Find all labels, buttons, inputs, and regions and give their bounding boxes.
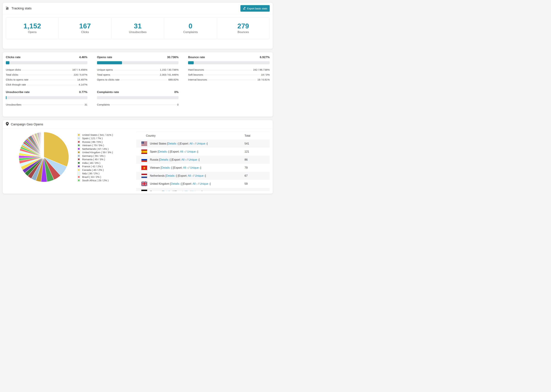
- export-unique-link[interactable]: Unique ›: [187, 150, 197, 153]
- details-link[interactable]: Details ›: [171, 182, 181, 185]
- geo-country-table: Country Total United States [Details ›] …: [136, 132, 270, 191]
- progress-bar-fill: [188, 61, 194, 64]
- rate-row-value: 0: [177, 103, 178, 106]
- progress-bar-track: [97, 61, 179, 64]
- rate-row-label: Soft bounces: [188, 73, 203, 76]
- details-link[interactable]: Details ›: [160, 158, 170, 161]
- rate-title: Unsubscribe rate: [6, 91, 30, 94]
- dotted-leader: [204, 75, 260, 75]
- rate-panel: Unsubscribe rate0.77%Unsubscribes31: [6, 91, 87, 106]
- details-link[interactable]: Details ›: [163, 190, 173, 191]
- geo-pie-legend: United States ( 541 / 31% )Spain ( 121 /…: [78, 133, 136, 191]
- legend-item[interactable]: Russia ( 86 / 5% ): [78, 140, 136, 144]
- rate-row-value: 242 / 86.738%: [253, 68, 270, 71]
- stat-value: 31: [111, 22, 164, 30]
- table-row: United States [Details ›] [Export: All ›…: [136, 140, 270, 147]
- legend-item[interactable]: India ( 46 / 3% ): [78, 161, 136, 165]
- country-cell: Russia [Details ›] [Export: All › / Uniq…: [136, 158, 244, 162]
- rate-row-label: Opens to clicks rate: [97, 78, 120, 81]
- legend-item[interactable]: Vietnam ( 79 / 5% ): [78, 144, 136, 147]
- rate-row-label: Hard bounces: [188, 68, 204, 71]
- rate-rows: Unique opens1,152 / 30.736%Total opens2,…: [97, 68, 179, 81]
- country-links-text: Spain [Details ›] [Export: All › / Uniqu…: [150, 150, 198, 153]
- progress-bar-track: [188, 61, 270, 64]
- legend-label: Germany ( 55 / 3% ): [82, 154, 105, 157]
- rate-row: Total clicks220 / 5.87%: [6, 73, 87, 76]
- rates-card: Clicks rate4.46%Unique clicks167 / 4.456…: [3, 52, 273, 117]
- dotted-leader: [114, 70, 159, 70]
- export-all-link[interactable]: All ›: [190, 142, 194, 145]
- legend-item[interactable]: France ( 42 / 2% ): [78, 165, 136, 168]
- rate-panel-head: Unsubscribe rate0.77%: [6, 91, 87, 94]
- legend-item[interactable]: Netherlands ( 67 / 4% ): [78, 147, 136, 151]
- export-all-link[interactable]: All ›: [184, 190, 189, 191]
- dotted-leader: [205, 70, 252, 70]
- rate-row: Clicks to opens rate14.497%: [6, 78, 87, 81]
- flag-es-icon: [141, 149, 147, 154]
- dotted-leader: [23, 105, 83, 105]
- legend-item[interactable]: Brazil ( 33 / 2% ): [78, 175, 136, 179]
- export-unique-link[interactable]: Unique ›: [195, 174, 205, 177]
- legend-item[interactable]: South Africa ( 29 / 2% ): [78, 179, 136, 182]
- stat-value: 279: [217, 22, 269, 30]
- legend-item[interactable]: Canada ( 40 / 2% ): [78, 168, 136, 172]
- details-link[interactable]: Details ›: [168, 142, 178, 145]
- legend-item[interactable]: United Kingdom ( 59 / 3% ): [78, 151, 136, 154]
- legend-label: Romania ( 49 / 3% ): [82, 158, 105, 161]
- export-all-link[interactable]: All ›: [180, 150, 185, 153]
- export-unique-link[interactable]: Unique ›: [199, 182, 210, 185]
- geo-opens-pie-chart[interactable]: [19, 132, 69, 182]
- details-link[interactable]: Details ›: [166, 174, 176, 177]
- rate-row-value: 2,303 / 61.446%: [160, 73, 178, 76]
- tracking-stats-header: Tracking stats Export basic stats: [3, 3, 273, 14]
- legend-swatch: [78, 147, 80, 150]
- legend-item[interactable]: Germany ( 55 / 3% ): [78, 154, 136, 158]
- country-column-header: Country: [136, 134, 244, 137]
- export-all-link[interactable]: All ›: [183, 166, 188, 169]
- export-all-link[interactable]: All ›: [181, 158, 186, 161]
- legend-item[interactable]: Romania ( 49 / 3% ): [78, 158, 136, 161]
- geo-opens-card: Campaign Geo Opens United States ( 541 /…: [3, 120, 273, 194]
- export-basic-stats-button[interactable]: Export basic stats: [240, 5, 270, 12]
- country-links-text: United States [Details ›] [Export: All ›…: [150, 142, 208, 145]
- export-all-link[interactable]: All ›: [188, 174, 192, 177]
- rate-rows: Unsubscribes31: [6, 103, 87, 106]
- export-unique-link[interactable]: Unique ›: [191, 190, 202, 191]
- map-pin-icon: [6, 122, 9, 127]
- table-row: Russia [Details ›] [Export: All › / Uniq…: [136, 156, 270, 164]
- progress-bar-track: [6, 61, 87, 64]
- rate-row-value: 19 / 6.81%: [257, 78, 270, 81]
- rate-panel-head: Clicks rate4.46%: [6, 56, 87, 59]
- summary-stats-box: 1,152Opens167Clicks31Unsubscribes0Compla…: [6, 17, 270, 39]
- legend-item[interactable]: Italy ( 36 / 2% ): [78, 172, 136, 175]
- legend-swatch: [78, 162, 80, 164]
- export-all-link[interactable]: All ›: [192, 182, 197, 185]
- legend-item[interactable]: United States ( 541 / 31% ): [78, 133, 136, 137]
- rate-row-label: Click through rate: [6, 83, 26, 86]
- legend-item[interactable]: Spain ( 121 / 7% ): [78, 137, 136, 140]
- country-cell: Vietnam [Details ›] [Export: All › / Uni…: [136, 166, 244, 170]
- stat-cell: 31Unsubscribes: [111, 17, 164, 39]
- legend-swatch: [78, 151, 80, 154]
- legend-swatch: [78, 179, 80, 182]
- total-cell: 59: [244, 182, 270, 185]
- rate-row-label: Total opens: [97, 73, 110, 76]
- legend-swatch: [78, 155, 80, 157]
- dotted-leader: [27, 85, 78, 85]
- rate-row-label: Internal bounces: [188, 78, 207, 81]
- country-links-text: Netherlands [Details ›] [Export: All › /…: [150, 174, 206, 177]
- details-link[interactable]: Details ›: [161, 166, 171, 169]
- export-button-label: Export basic stats: [247, 7, 267, 10]
- details-link[interactable]: Details ›: [158, 150, 169, 153]
- total-cell: 541: [244, 142, 270, 145]
- export-unique-link[interactable]: Unique ›: [190, 166, 200, 169]
- flag-ru-icon: [141, 158, 147, 162]
- stat-value: 167: [59, 22, 111, 30]
- dotted-leader: [22, 70, 71, 70]
- rate-percent: 0%: [174, 91, 179, 94]
- legend-swatch: [78, 169, 80, 171]
- rate-percent: 6.927%: [260, 56, 270, 59]
- total-cell: 67: [244, 174, 270, 177]
- export-unique-link[interactable]: Unique ›: [188, 158, 199, 161]
- export-unique-link[interactable]: Unique ›: [197, 142, 207, 145]
